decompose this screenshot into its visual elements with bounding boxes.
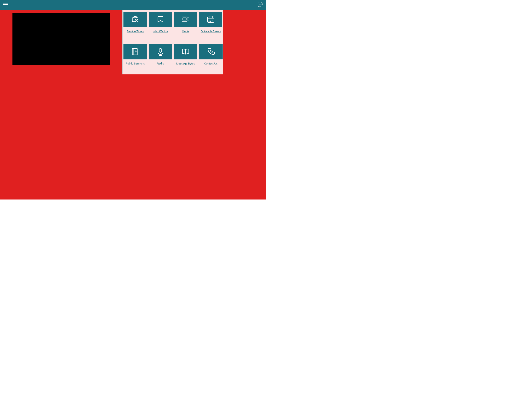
bible-icon xyxy=(131,47,139,56)
who-we-are-icon-box xyxy=(149,12,172,27)
media-icon-box xyxy=(174,12,197,27)
nav-item-message-bytes[interactable]: Message Bytes xyxy=(173,42,198,74)
svg-point-3 xyxy=(259,4,260,5)
video-section xyxy=(0,10,122,200)
contact-us-icon-box xyxy=(199,44,222,59)
public-sermons-label: Public Sermons xyxy=(125,61,145,66)
svg-rect-23 xyxy=(133,49,138,55)
navigation-menu: Service Times Who We Are M xyxy=(122,10,223,74)
radio-label: Radio xyxy=(156,61,164,66)
svg-rect-1 xyxy=(3,4,8,5)
phone-icon xyxy=(207,47,215,56)
public-sermons-icon-box xyxy=(123,44,147,59)
message-bytes-label: Message Bytes xyxy=(176,61,195,66)
nav-item-radio[interactable]: Radio xyxy=(148,42,173,74)
svg-rect-0 xyxy=(3,3,8,4)
svg-rect-19 xyxy=(210,20,211,20)
media-label: Media xyxy=(182,29,190,34)
bookmark-icon xyxy=(156,15,165,24)
message-bytes-icon-box xyxy=(174,44,197,59)
svg-rect-20 xyxy=(212,20,213,20)
service-times-label: Service Times xyxy=(126,29,144,34)
header-bar xyxy=(0,0,266,10)
outreach-events-label: Outreach Events xyxy=(200,29,221,34)
book-icon xyxy=(181,47,190,56)
microphone-icon xyxy=(156,47,165,56)
outreach-events-icon-box xyxy=(199,12,222,27)
video-player[interactable] xyxy=(13,13,110,65)
svg-point-4 xyxy=(260,4,260,5)
nav-item-public-sermons[interactable]: Public Sermons xyxy=(123,42,148,74)
svg-rect-2 xyxy=(3,6,8,6)
contact-us-label: Contact Us xyxy=(204,61,218,66)
svg-rect-27 xyxy=(159,49,162,52)
media-icon xyxy=(181,15,190,24)
nav-item-outreach-events[interactable]: Outreach Events xyxy=(198,10,223,42)
svg-rect-21 xyxy=(209,21,209,22)
service-times-icon xyxy=(131,15,139,24)
nav-item-contact-us[interactable]: Contact Us xyxy=(198,42,223,74)
nav-item-media[interactable]: Media xyxy=(173,10,198,42)
hamburger-icon[interactable] xyxy=(3,2,8,8)
radio-icon-box xyxy=(149,44,172,59)
nav-item-service-times[interactable]: Service Times xyxy=(123,10,148,42)
svg-rect-12 xyxy=(187,18,189,20)
svg-rect-22 xyxy=(210,21,211,22)
svg-rect-11 xyxy=(183,18,186,20)
who-we-are-label: Who We Are xyxy=(152,29,168,34)
service-times-icon-box xyxy=(123,12,147,27)
calendar-icon xyxy=(206,15,215,24)
chat-icon[interactable] xyxy=(257,2,263,8)
nav-item-who-we-are[interactable]: Who We Are xyxy=(148,10,173,42)
main-content: Service Times Who We Are M xyxy=(0,10,266,200)
svg-point-5 xyxy=(261,4,261,5)
svg-rect-18 xyxy=(209,20,209,20)
